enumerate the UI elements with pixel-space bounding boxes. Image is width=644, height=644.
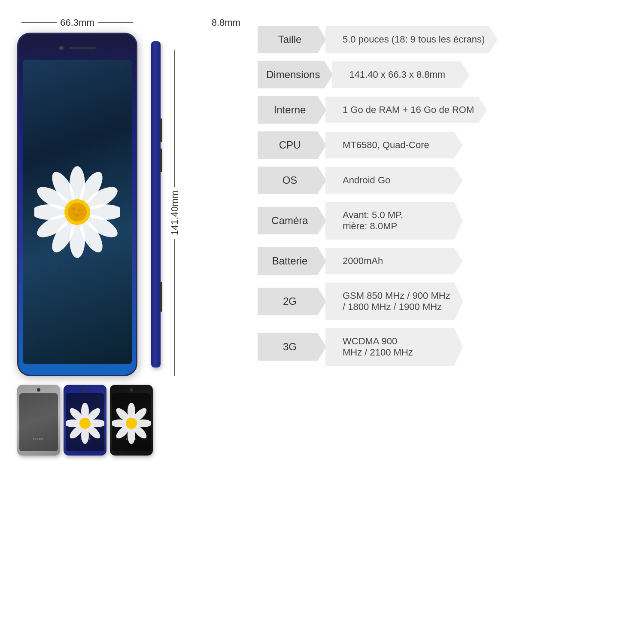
spec-value-6: 2000mAh xyxy=(325,248,463,274)
mini-phone-grey: CUBOT xyxy=(17,385,60,456)
front-camera-dot xyxy=(59,46,64,50)
phone-side: 141.40mm xyxy=(146,33,165,376)
height-dimension: 141.40mm xyxy=(169,50,180,376)
svg-point-17 xyxy=(74,213,76,215)
dimension-labels: 66.3mm 8.8mm xyxy=(17,17,240,28)
mini-screen-blue xyxy=(66,393,104,451)
spec-value-0: 5.0 pouces (18: 9 tous les écrans) xyxy=(325,26,498,53)
svg-point-28 xyxy=(79,418,91,429)
phone-front-body xyxy=(17,33,137,376)
spec-row-8: 3GWCDMA 900 MHz / 2100 MHz xyxy=(258,328,627,366)
mini-camera-black xyxy=(130,388,133,392)
svg-point-16 xyxy=(76,214,79,217)
width-label-text: 66.3mm xyxy=(60,17,94,28)
spec-label-6: Batterie xyxy=(258,247,326,275)
spec-value-7: GSM 850 MHz / 900 MHz / 1800 MHz / 1900 … xyxy=(325,283,463,320)
height-line-top xyxy=(174,50,175,187)
spec-row-4: OSAndroid Go xyxy=(258,167,627,194)
svg-point-15 xyxy=(78,209,81,211)
phone-notch xyxy=(18,38,136,58)
width-line: 66.3mm xyxy=(21,17,133,28)
spec-value-3: MT6580, Quad-Core xyxy=(325,132,463,158)
mini-camera-grey xyxy=(37,388,40,392)
spec-label-4: OS xyxy=(258,167,326,194)
phone-front xyxy=(17,33,137,376)
svg-point-13 xyxy=(68,203,87,222)
spec-label-1: Dimensions xyxy=(258,61,333,88)
left-section: 66.3mm 8.8mm xyxy=(17,17,240,627)
mini-phones-section: CUBOT xyxy=(17,385,153,456)
spec-label-5: Caméra xyxy=(258,207,326,234)
spec-value-5: Avant: 5.0 MP, rrière: 8.0MP xyxy=(325,202,463,240)
spec-value-1: 141.40 x 66.3 x 8.8mm xyxy=(332,61,469,88)
mini-screen-black xyxy=(112,393,151,451)
thickness-label-text: 8.8mm xyxy=(212,17,240,28)
spec-row-0: Taille5.0 pouces (18: 9 tous les écrans) xyxy=(258,26,627,53)
height-line-bottom xyxy=(174,239,175,376)
spec-row-5: CaméraAvant: 5.0 MP, rrière: 8.0MP xyxy=(258,202,627,240)
mini-camera-blue xyxy=(83,388,87,392)
phones-row: 141.40mm xyxy=(17,33,240,376)
side-button-volume-up xyxy=(160,118,162,142)
spec-label-8: 3G xyxy=(258,333,326,361)
flower-svg xyxy=(34,165,120,259)
side-button-volume-down xyxy=(160,149,162,172)
spec-value-2: 1 Go de RAM + 16 Go de ROM xyxy=(325,97,487,123)
height-label-text: 141.40mm xyxy=(169,191,180,235)
spec-label-3: CPU xyxy=(258,131,326,159)
spec-row-6: Batterie2000mAh xyxy=(258,247,627,275)
spec-row-1: Dimensions141.40 x 66.3 x 8.8mm xyxy=(258,61,627,88)
spec-label-2: Interne xyxy=(258,96,326,124)
spec-label-7: 2G xyxy=(258,288,326,315)
svg-point-19 xyxy=(72,213,74,214)
mini-flower-black-svg xyxy=(112,393,151,445)
mini-phone-black: CUBOT xyxy=(110,385,153,456)
line-left xyxy=(21,22,57,23)
mini-flower-svg xyxy=(66,393,104,445)
spec-row-3: CPUMT6580, Quad-Core xyxy=(258,131,627,159)
line-right xyxy=(98,22,133,23)
speaker-grille xyxy=(70,47,96,49)
width-dimension: 66.3mm xyxy=(21,17,133,28)
main-container: 66.3mm 8.8mm xyxy=(0,0,644,644)
svg-point-18 xyxy=(81,213,82,215)
right-section: Taille5.0 pouces (18: 9 tous les écrans)… xyxy=(258,17,627,627)
mini-screen-grey xyxy=(19,393,58,451)
spec-value-8: WCDMA 900 MHz / 2100 MHz xyxy=(325,328,463,366)
mini-label-grey: CUBOT xyxy=(17,437,60,440)
mini-label-black: CUBOT xyxy=(110,437,153,440)
flower-container xyxy=(23,60,132,364)
svg-point-37 xyxy=(126,418,137,429)
phone-side-body xyxy=(151,41,161,368)
spec-label-0: Taille xyxy=(258,26,326,53)
spec-row-7: 2GGSM 850 MHz / 900 MHz / 1800 MHz / 190… xyxy=(258,283,627,320)
mini-phone-blue: CUBOT xyxy=(64,385,106,456)
mini-label-blue: CUBOT xyxy=(64,437,106,440)
svg-point-14 xyxy=(73,207,75,210)
side-button-power xyxy=(160,282,162,312)
spec-value-4: Android Go xyxy=(325,167,463,194)
phone-screen xyxy=(23,60,132,364)
spec-row-2: Interne1 Go de RAM + 16 Go de ROM xyxy=(258,96,627,124)
